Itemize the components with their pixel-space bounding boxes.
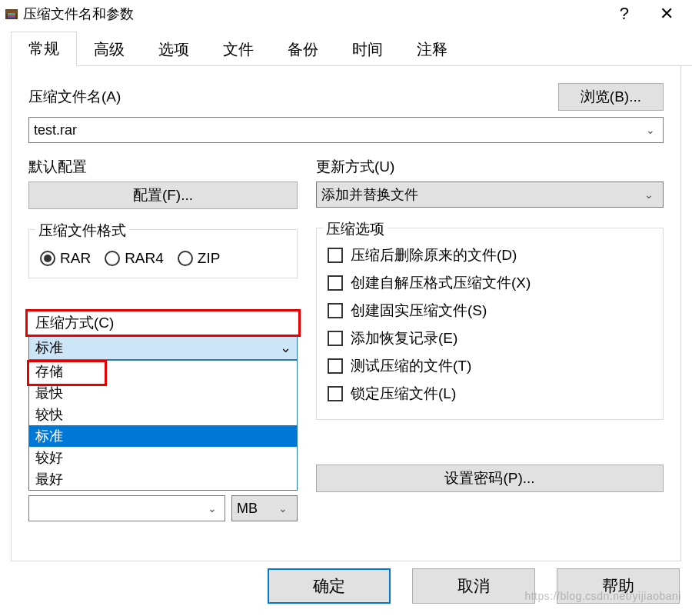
close-icon[interactable]: ✕	[660, 5, 674, 22]
tab-content: 压缩文件名(A) 浏览(B)... test.rar ⌄ 默认配置 配置(F).…	[11, 66, 681, 561]
format-legend: 压缩文件格式	[35, 221, 129, 241]
tab-general[interactable]: 常规	[11, 32, 77, 66]
radio-rar4[interactable]: RAR4	[105, 250, 164, 267]
check-sfx[interactable]: 创建自解压格式压缩文件(X)	[328, 273, 652, 293]
check-lock[interactable]: 锁定压缩文件(L)	[328, 384, 652, 404]
chevron-down-icon: ⌄	[640, 188, 658, 201]
method-selected: 标准	[35, 338, 63, 357]
method-option-fastest[interactable]: 最快	[29, 382, 297, 404]
filename-combo[interactable]: test.rar ⌄	[28, 117, 664, 143]
options-legend: 压缩选项	[323, 219, 388, 239]
tab-comment[interactable]: 注释	[400, 33, 464, 66]
method-dropdown-list: 存储 最快 较快 标准 较好 最好	[28, 360, 298, 491]
split-size-combo[interactable]: ⌄	[28, 495, 225, 521]
check-solid[interactable]: 创建固实压缩文件(S)	[328, 301, 652, 321]
check-recovery[interactable]: 添加恢复记录(E)	[328, 328, 652, 348]
tab-advanced[interactable]: 高级	[77, 33, 141, 66]
tab-backup[interactable]: 备份	[271, 33, 335, 66]
chevron-down-icon: ⌄	[203, 502, 221, 514]
radio-rar[interactable]: RAR	[40, 250, 91, 267]
split-unit-combo[interactable]: MB ⌄	[231, 495, 298, 521]
method-option-fast[interactable]: 较快	[29, 404, 297, 425]
method-option-good[interactable]: 较好	[29, 447, 297, 468]
window-title: 压缩文件名和参数	[23, 5, 134, 23]
split-unit-value: MB	[237, 501, 258, 517]
svg-rect-3	[8, 13, 15, 15]
tab-files[interactable]: 文件	[206, 33, 271, 66]
update-mode-label: 更新方式(U)	[316, 157, 664, 177]
cancel-button[interactable]: 取消	[412, 568, 535, 604]
method-option-normal[interactable]: 标准	[29, 425, 297, 447]
method-label: 压缩方式(C)	[35, 315, 114, 331]
method-combo[interactable]: 标准 ⌄	[28, 335, 298, 360]
chevron-down-icon: ⌄	[274, 336, 297, 359]
browse-button[interactable]: 浏览(B)...	[558, 83, 664, 111]
tab-time[interactable]: 时间	[335, 33, 400, 66]
svg-rect-1	[6, 10, 17, 13]
method-option-best[interactable]: 最好	[29, 468, 297, 490]
chevron-down-icon: ⌄	[641, 124, 660, 136]
update-mode-select[interactable]: 添加并替换文件 ⌄	[316, 181, 664, 208]
titlebar: 压缩文件名和参数 ? ✕	[0, 0, 692, 28]
filename-label: 压缩文件名(A)	[28, 87, 121, 107]
check-test[interactable]: 测试压缩的文件(T)	[328, 356, 652, 376]
tab-options[interactable]: 选项	[141, 33, 206, 66]
chevron-down-icon: ⌄	[274, 502, 292, 514]
svg-rect-4	[8, 16, 15, 18]
method-option-store[interactable]: 存储	[29, 361, 297, 382]
filename-value: test.rar	[34, 122, 77, 138]
dialog-button-row: 确定 取消 帮助	[268, 568, 680, 604]
help-icon[interactable]: ?	[620, 5, 629, 22]
help-button[interactable]: 帮助	[557, 568, 680, 604]
ok-button[interactable]: 确定	[268, 568, 391, 604]
set-password-button[interactable]: 设置密码(P)...	[316, 464, 664, 492]
tab-strip: 常规 高级 选项 文件 备份 时间 注释	[11, 35, 692, 66]
radio-zip[interactable]: ZIP	[178, 250, 221, 267]
update-mode-value: 添加并替换文件	[321, 185, 418, 204]
winrar-icon	[5, 7, 18, 21]
default-profile-label: 默认配置	[28, 157, 298, 177]
method-label-highlight: 压缩方式(C)	[25, 309, 301, 337]
profile-button[interactable]: 配置(F)...	[28, 181, 298, 209]
check-delete-after[interactable]: 压缩后删除原来的文件(D)	[328, 245, 652, 265]
